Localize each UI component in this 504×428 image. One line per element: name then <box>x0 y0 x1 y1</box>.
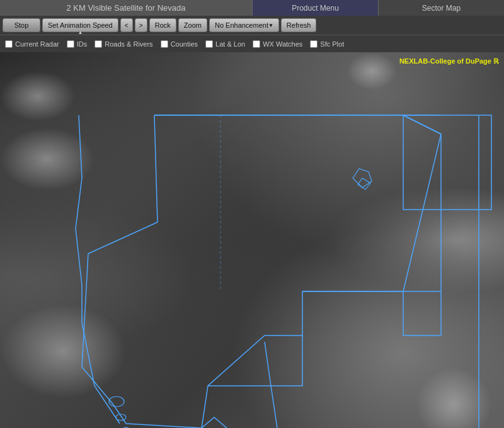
page-title: 2 KM Visible Satellite for Nevada <box>0 0 252 16</box>
cloud-patch <box>0 71 76 121</box>
checkbox-item-cb-radar[interactable]: Current Radar <box>5 40 59 48</box>
checkbox-cb-ids[interactable] <box>67 40 74 48</box>
checkbox-item-cb-latlon[interactable]: Lat & Lon <box>205 40 245 48</box>
map-area: NEXLAB-College of DuPage ℝ <box>0 52 504 428</box>
checkbox-cb-counties[interactable] <box>161 40 168 48</box>
checkbox-label-cb-sfc: Sfc Plot <box>320 40 344 48</box>
checkbox-label-cb-radar: Current Radar <box>15 40 59 48</box>
checkbox-item-cb-roads[interactable]: Roads & Rivers <box>94 40 152 48</box>
cloud-patch <box>0 128 94 191</box>
checkbox-label-cb-wx: WX Watches <box>263 40 302 48</box>
sector-map-button[interactable]: Sector Map <box>379 0 504 16</box>
toolbar: Stop Set Animation Speed < > Rock Zoom N… <box>0 16 504 35</box>
checkbox-label-cb-latlon: Lat & Lon <box>215 40 245 48</box>
checkbox-item-cb-ids[interactable]: IDs <box>67 40 88 48</box>
checkbox-cb-wx[interactable] <box>253 40 260 48</box>
title-text: 2 KM Visible Satellite for Nevada <box>66 3 185 13</box>
checkbox-item-cb-sfc[interactable]: Sfc Plot <box>310 40 344 48</box>
dropdown-arrow-icon: ▼ <box>268 23 273 28</box>
refresh-button[interactable]: Refresh <box>281 18 317 32</box>
checkbox-cb-latlon[interactable] <box>205 40 213 48</box>
cloud-patch <box>346 52 397 90</box>
checkbox-label-cb-counties: Counties <box>171 40 198 48</box>
zoom-button[interactable]: Zoom <box>178 18 207 32</box>
product-menu-button[interactable]: Product Menu <box>252 0 379 16</box>
title-bar: 2 KM Visible Satellite for Nevada Produc… <box>0 0 504 16</box>
checkbox-cb-sfc[interactable] <box>310 40 318 48</box>
watermark-text: NEXLAB-College of DuPage ℝ <box>399 57 499 65</box>
checkbox-label-cb-roads: Roads & Rivers <box>105 40 152 48</box>
checkbox-label-cb-ids: IDs <box>77 40 88 48</box>
checkbox-cb-roads[interactable] <box>94 40 102 48</box>
next-frame-button[interactable]: > <box>135 18 147 32</box>
animation-speed-button[interactable]: Set Animation Speed <box>42 18 118 32</box>
checkbox-bar: Current RadarIDsRoads & RiversCountiesLa… <box>0 35 504 52</box>
checkbox-item-cb-counties[interactable]: Counties <box>161 40 198 48</box>
stop-button[interactable]: Stop <box>3 18 40 32</box>
rock-button[interactable]: Rock <box>149 18 176 32</box>
cloud-patch <box>0 304 126 398</box>
checkbox-item-cb-wx[interactable]: WX Watches <box>253 40 302 48</box>
checkbox-cb-radar[interactable] <box>5 40 13 48</box>
enhancement-button[interactable]: No Enhancement ▼ <box>209 18 279 32</box>
prev-frame-button[interactable]: < <box>120 18 133 32</box>
